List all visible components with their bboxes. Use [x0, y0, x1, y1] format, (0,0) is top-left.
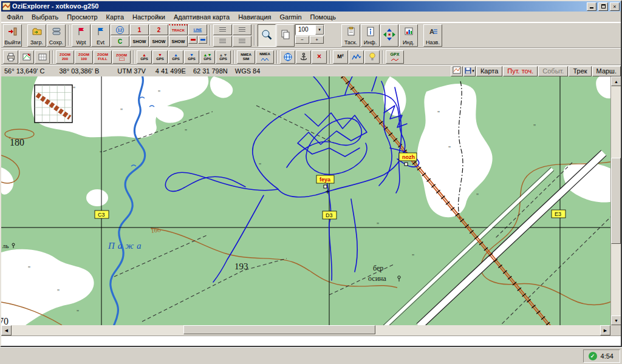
menu-navigation[interactable]: Навигация — [234, 12, 275, 22]
waypoint-number-button[interactable]: 1 — [130, 24, 149, 35]
gps-waypoint-upload-button[interactable]: ▲GPS — [137, 50, 152, 64]
menu-map[interactable]: Карта — [102, 12, 128, 22]
route-list-button[interactable] — [233, 36, 251, 47]
exit-button[interactable]: Выйти — [3, 24, 22, 47]
track-button[interactable]: TRACK — [169, 24, 188, 35]
grid-label-e3[interactable]: E3 — [552, 210, 566, 218]
show-track-button[interactable]: SHOW — [169, 36, 188, 47]
print-button[interactable] — [3, 50, 18, 64]
map-edit-button[interactable] — [19, 50, 34, 64]
horizontal-scroll-track[interactable] — [12, 325, 600, 335]
event-flag-icon — [96, 26, 106, 36]
antivirus-tray-icon[interactable]: ✓ — [589, 352, 597, 360]
gpx-button[interactable]: GPX — [386, 50, 404, 64]
grid-label-c3[interactable]: C3 — [95, 211, 109, 218]
vertical-scroll-thumb[interactable] — [611, 158, 621, 244]
menu-select[interactable]: Выбрать — [27, 12, 63, 22]
track-list-button[interactable] — [233, 24, 251, 35]
zoom-200-button[interactable]: ZOOM200 — [56, 50, 74, 64]
zoom-window-button[interactable]: ZOOM — [112, 50, 131, 64]
track-panel-button[interactable]: Трек — [569, 66, 591, 76]
zoom-value[interactable]: 100 — [296, 25, 315, 35]
save-button[interactable]: Сохр. — [47, 24, 66, 47]
gps-track-upload-button[interactable]: ▲▼GPS — [200, 50, 215, 64]
northing-readout: 62 31 798N — [193, 67, 228, 75]
nmea-button[interactable]: NMEA — [256, 50, 274, 64]
menu-adaptive-map[interactable]: Адаптивная карта — [169, 12, 234, 22]
scroll-down-button[interactable]: ▼ — [611, 315, 621, 325]
profile-button[interactable] — [349, 50, 364, 64]
event-list-button[interactable] — [213, 36, 232, 47]
route-panel-button[interactable]: Марш. — [592, 66, 621, 76]
copy-view-button[interactable] — [276, 24, 295, 47]
globe-button[interactable] — [280, 50, 295, 64]
magnifier-button[interactable] — [258, 24, 276, 47]
menu-settings[interactable]: Настройки — [128, 12, 169, 22]
show-events-button[interactable]: SHOW — [149, 36, 168, 47]
horizontal-scrollbar[interactable]: ◀ ▶ — [1, 325, 621, 335]
taskbar[interactable]: ✓ 4:54 — [0, 347, 622, 364]
menu-help[interactable]: Помощь — [306, 12, 341, 22]
close-button[interactable]: × — [610, 2, 620, 11]
vertical-scrollbar[interactable]: ▲ ▼ — [610, 76, 621, 325]
waypoint-list-button[interactable] — [213, 24, 232, 35]
chevron-down-icon: ▾ — [318, 27, 321, 32]
scroll-left-button[interactable]: ◀ — [1, 325, 12, 335]
elevation-180-label: 180 — [10, 137, 24, 147]
menu-view[interactable]: Просмотр — [63, 12, 101, 22]
pan-button[interactable] — [380, 24, 398, 47]
minimize-button[interactable] — [587, 2, 596, 11]
line-red-button[interactable] — [188, 36, 197, 44]
toolbar-separator — [233, 50, 234, 64]
map-grid-button[interactable] — [35, 50, 50, 64]
map-list-button[interactable]: Карта — [476, 66, 502, 76]
line-minis — [188, 36, 207, 44]
events-panel-button[interactable]: Событ. — [538, 66, 568, 76]
titlebar[interactable]: OziExplorer - xotkovo-g250 × — [1, 1, 621, 12]
info-button[interactable]: Инф. — [361, 24, 380, 47]
nmea-sim-button[interactable]: NMEASIM — [237, 50, 255, 64]
show-waypoints-button[interactable]: SHOW — [130, 36, 149, 47]
anchor-button[interactable] — [296, 50, 311, 64]
vertical-scroll-track[interactable] — [611, 86, 621, 315]
waypoints-panel-button[interactable]: Пут. точ. — [503, 66, 538, 76]
task-button[interactable]: Таск. — [341, 24, 360, 47]
zoom-combo[interactable]: 100 ▾ — [295, 24, 324, 35]
event-number-button[interactable]: 2 — [149, 24, 168, 35]
load-button[interactable]: Загр. — [27, 24, 46, 47]
gps-track-download-button[interactable]: ▲▼GPS — [216, 50, 231, 64]
track-show-stack: TRACK SHOW — [169, 24, 188, 47]
stop-gps-button[interactable]: × — [312, 50, 327, 64]
line-button[interactable]: LINE — [188, 24, 207, 35]
map-canvas[interactable]: """ """ """ """ """ — [1, 76, 613, 325]
control-c-button[interactable]: C — [111, 36, 129, 47]
line-blue-button[interactable] — [198, 36, 207, 44]
indicator-button[interactable]: Инд. — [399, 24, 418, 47]
quick-save-button[interactable]: ▾ — [463, 66, 476, 76]
event-button[interactable]: Evt — [91, 24, 110, 47]
svg-text:": " — [185, 128, 187, 135]
gps-route-download-button[interactable]: ▼GPS — [184, 50, 199, 64]
measure-area-button[interactable]: M² — [333, 50, 348, 64]
waypoint-button[interactable]: Wpt — [72, 24, 91, 47]
grid-label-d3[interactable]: D3 — [323, 211, 337, 219]
menu-file[interactable]: Файл — [2, 12, 27, 22]
zoom-dropdown-button[interactable]: ▾ — [315, 25, 324, 35]
horizontal-scroll-thumb[interactable] — [183, 325, 375, 334]
menu-garmin[interactable]: Garmin — [275, 12, 306, 22]
map-area[interactable]: """ """ """ """ """ — [1, 76, 621, 325]
gps-waypoint-download-button[interactable]: ▼GPS — [152, 50, 168, 64]
scroll-right-button[interactable]: ▶ — [600, 325, 610, 335]
zoom-minus-button[interactable]: − — [295, 36, 309, 44]
names-button[interactable]: A Назв. — [423, 24, 442, 47]
map-sheet-button[interactable] — [451, 66, 463, 76]
zoom-100-button[interactable]: ZOOM100 — [75, 50, 93, 64]
map-overview-inset[interactable] — [35, 85, 72, 123]
gps-route-upload-button[interactable]: ▲GPS — [168, 50, 183, 64]
waypoint-count-button[interactable]: 12 — [111, 24, 129, 35]
maximize-button[interactable] — [598, 2, 608, 11]
zoom-plus-button[interactable]: + — [310, 36, 324, 44]
hint-button[interactable] — [364, 50, 380, 64]
scroll-up-button[interactable]: ▲ — [611, 76, 621, 86]
zoom-full-button[interactable]: ZOOMFULL — [94, 50, 112, 64]
